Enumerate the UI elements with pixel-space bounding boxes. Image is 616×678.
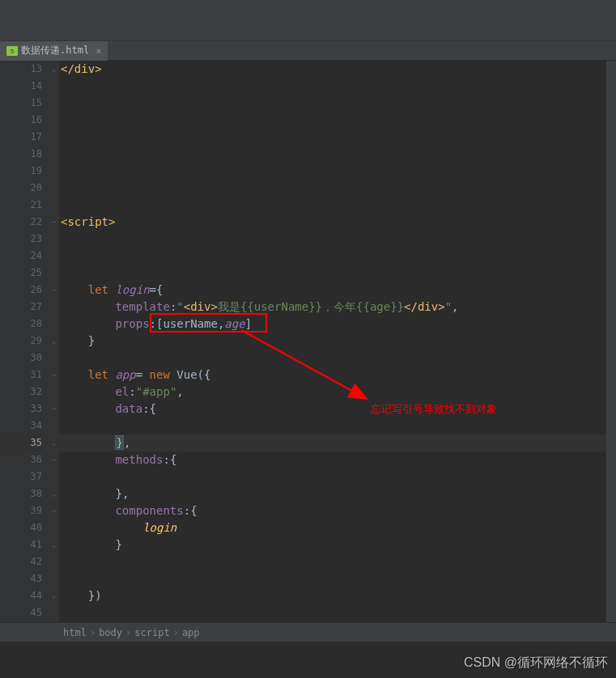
code-text: el <box>115 385 129 398</box>
code-text: { <box>170 453 176 466</box>
chevron-right-icon: › <box>173 627 179 638</box>
code-text: , <box>176 385 183 398</box>
code-text: app <box>115 368 135 381</box>
code-text: " <box>176 300 183 313</box>
code-text: let <box>88 283 116 296</box>
line-gutter: 1314151617181920212223242526272829303132… <box>0 61 49 622</box>
code-text: ={ <box>150 283 164 296</box>
code-text: , <box>452 300 458 313</box>
code-text: userName <box>163 317 217 330</box>
annotation-text: 忘记写引号导致找不到对象 <box>371 400 497 417</box>
code-text: 我是{{userName}}，今年{{age}} <box>218 300 404 313</box>
code-text: : <box>184 504 190 517</box>
code-text: { <box>150 402 156 415</box>
watermark: CSDN @循环网络不循环 <box>464 655 608 672</box>
code-text: "#app" <box>136 385 177 398</box>
code-text: } <box>115 538 121 551</box>
code-text: new <box>150 368 177 381</box>
code-text: : <box>150 317 156 330</box>
code-text: }) <box>88 589 102 602</box>
code-text: components <box>115 504 183 517</box>
code-text: login <box>142 521 176 534</box>
close-icon[interactable]: × <box>96 45 101 57</box>
code-text: data <box>115 402 142 415</box>
fold-column: ⌄−−⌄−−⌄−⌄−⌄⌄ <box>49 61 59 622</box>
code-editor[interactable]: 1314151617181920212223242526272829303132… <box>0 61 616 622</box>
html-file-icon: 5 <box>6 46 18 56</box>
code-text: : <box>129 385 135 398</box>
code-text: Vue <box>176 368 197 381</box>
code-text: props <box>115 317 149 330</box>
tab-bar: 5 数据传递.html × <box>0 41 616 61</box>
breadcrumb-item[interactable]: script <box>134 627 169 638</box>
chevron-right-icon: › <box>125 627 131 638</box>
code-text: methods <box>115 453 163 466</box>
code-text: ] <box>245 317 252 330</box>
vertical-scrollbar[interactable] <box>606 61 616 622</box>
code-text: <script> <box>61 215 115 228</box>
code-text: = <box>136 368 150 381</box>
code-text: : <box>163 453 169 466</box>
svg-text:5: 5 <box>11 49 14 54</box>
code-text: } <box>88 334 95 347</box>
code-text: , <box>124 436 130 449</box>
code-text: } <box>115 487 121 500</box>
breadcrumb-item[interactable]: body <box>99 627 122 638</box>
code-text: <div> <box>184 300 218 313</box>
code-text: { <box>190 504 197 517</box>
code-text: : <box>142 402 149 415</box>
code-text: ({ <box>198 368 211 381</box>
breadcrumb-item[interactable]: app <box>182 627 200 638</box>
code-text: login <box>115 283 149 296</box>
breadcrumb-item[interactable]: html <box>63 627 87 638</box>
chevron-right-icon: › <box>90 627 96 638</box>
code-content[interactable]: </div> <script> let login={ template:"<d… <box>59 61 616 622</box>
breadcrumb-bar: html › body › script › app <box>0 622 616 642</box>
code-text: age <box>224 317 244 330</box>
code-text: let <box>88 368 116 381</box>
code-text: " <box>445 300 452 313</box>
code-text: </div> <box>61 62 102 75</box>
code-text: </div> <box>404 300 445 313</box>
code-text: } <box>115 435 123 450</box>
file-tab[interactable]: 5 数据传递.html × <box>0 41 108 61</box>
code-text: , <box>122 487 129 500</box>
tab-filename: 数据传递.html <box>21 44 89 57</box>
top-toolbar <box>0 0 616 41</box>
code-text: template <box>115 300 169 313</box>
